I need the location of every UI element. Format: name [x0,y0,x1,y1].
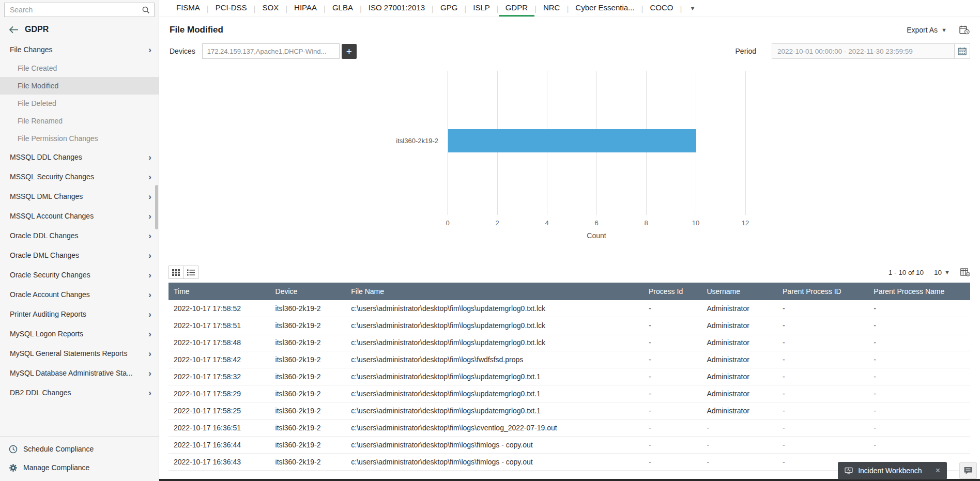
chevron-right-icon: › [148,45,151,54]
sidebar-item-file-created[interactable]: File Created [0,59,159,77]
chevron-right-icon: › [148,251,151,260]
table-cell: - [868,300,970,317]
schedule-compliance-button[interactable]: Schedule Compliance [0,440,159,458]
column-header-device[interactable]: Device [270,283,346,300]
manage-compliance-button[interactable]: Manage Compliance [0,458,159,477]
column-header-username[interactable]: Username [701,283,777,300]
table-cell: - [644,351,701,368]
sidebar-item-label: File Changes [10,45,148,54]
sidebar-item-mssql-account-changes[interactable]: MSSQL Account Changes› [0,206,159,226]
table-row[interactable]: 2022-10-17 17:58:29itsl360-2k19-2c:\user… [169,385,970,402]
table-cell: - [868,317,970,334]
table-row[interactable]: 2022-10-17 17:58:25itsl360-2k19-2c:\user… [169,402,970,420]
page-size-dropdown[interactable]: 10 ▼ [934,269,950,276]
table-cell: 2022-10-17 16:36:43 [169,454,270,471]
sidebar-search [4,3,155,17]
column-header-time[interactable]: Time [169,283,270,300]
sidebar-item-file-deleted[interactable]: File Deleted [0,95,159,112]
sidebar-item-oracle-account-changes[interactable]: Oracle Account Changes› [0,285,159,304]
sidebar-item-label: MSSQL Account Changes [10,212,148,220]
sidebar-item-label: MSSQL DDL Changes [10,153,148,161]
search-icon[interactable] [142,6,150,14]
column-header-process-id[interactable]: Process Id [644,283,701,300]
sidebar-item-oracle-dml-changes[interactable]: Oracle DML Changes› [0,245,159,265]
period-input[interactable] [772,43,955,59]
feedback-chat-button[interactable] [959,462,977,479]
back-icon[interactable] [9,26,19,34]
table-cell: itsl360-2k19-2 [270,420,346,437]
table-cell: itsl360-2k19-2 [270,317,346,334]
close-icon[interactable]: × [936,467,940,475]
sidebar-item-mysql-database-administrative-sta[interactable]: MySQL Database Administrative Sta...› [0,363,159,383]
sidebar-item-db2-ddl-changes[interactable]: DB2 DDL Changes› [0,383,159,402]
x-axis-tick-label: 8 [644,219,648,227]
column-header-parent-process-name[interactable]: Parent Process Name [868,283,970,300]
incident-workbench-toast[interactable]: Incident Workbench × [838,462,947,479]
tab-islp[interactable]: ISLP [466,0,497,17]
table-cell: c:\users\administrator\desktop\fim\logs\… [346,368,644,385]
sidebar-item-file-renamed[interactable]: File Renamed [0,112,159,130]
table-cell: - [868,402,970,420]
tab-cyber-essentia[interactable]: Cyber Essentia... [569,0,641,17]
table-cell: - [644,368,701,385]
sidebar-item-file-permission-changes[interactable]: File Permission Changes [0,130,159,147]
tab-iso-27001-2013[interactable]: ISO 27001:2013 [362,0,432,17]
sidebar-item-file-modified[interactable]: File Modified [0,77,159,95]
tab-gdpr[interactable]: GDPR [499,0,534,17]
search-input[interactable] [4,3,155,17]
export-as-button[interactable]: Export As ▼ [907,26,947,34]
sidebar-item-printer-auditing-reports[interactable]: Printer Auditing Reports› [0,304,159,324]
sidebar-item-mysql-logon-reports[interactable]: MySQL Logon Reports› [0,324,159,344]
table-row[interactable]: 2022-10-17 17:58:51itsl360-2k19-2c:\user… [169,317,970,334]
sidebar-item-label: Oracle Security Changes [10,271,148,279]
tab-sox[interactable]: SOX [256,0,286,17]
tab-coco[interactable]: COCO [643,0,680,17]
tab-hipaa[interactable]: HIPAA [287,0,324,17]
sidebar-item-oracle-security-changes[interactable]: Oracle Security Changes› [0,265,159,285]
caret-down-icon: ▼ [690,5,695,11]
schedule-report-icon[interactable] [959,25,970,35]
results-table: TimeDeviceFile NameProcess IdUsernamePar… [169,283,970,471]
tab-fisma[interactable]: FISMA [170,0,207,17]
column-header-parent-process-id[interactable]: Parent Process ID [777,283,868,300]
table-row[interactable]: 2022-10-17 16:36:51itsl360-2k19-2c:\user… [169,420,970,437]
sidebar-item-mysql-general-statements-reports[interactable]: MySQL General Statements Reports› [0,344,159,363]
grid-view-button[interactable] [169,266,183,279]
sidebar-item-label: Oracle DML Changes [10,251,148,259]
period-calendar-button[interactable] [955,43,970,59]
sidebar-scrollbar[interactable] [155,185,158,229]
chevron-right-icon: › [148,271,151,280]
tab-nrc[interactable]: NRC [537,0,567,17]
tab-gpg[interactable]: GPG [434,0,464,17]
sidebar-item-label: MSSQL Security Changes [10,173,148,181]
sidebar-item-mssql-security-changes[interactable]: MSSQL Security Changes› [0,167,159,187]
column-settings-button[interactable] [960,268,970,276]
sidebar-item-file-changes[interactable]: File Changes› [0,40,159,59]
add-device-button[interactable]: + [342,44,357,59]
chevron-right-icon: › [148,349,151,358]
devices-input[interactable] [202,43,340,59]
table-row[interactable]: 2022-10-17 17:58:32itsl360-2k19-2c:\user… [169,368,970,385]
table-cell: - [868,368,970,385]
period-field [772,43,970,59]
sidebar-item-oracle-ddl-changes[interactable]: Oracle DDL Changes› [0,226,159,245]
table-row[interactable]: 2022-10-17 17:58:52itsl360-2k19-2c:\user… [169,300,970,317]
table-row[interactable]: 2022-10-17 17:58:48itsl360-2k19-2c:\user… [169,334,970,351]
sidebar-item-mssql-dml-changes[interactable]: MSSQL DML Changes› [0,187,159,206]
sidebar-item-mssql-ddl-changes[interactable]: MSSQL DDL Changes› [0,147,159,167]
tabs-overflow-button[interactable]: ▼ [682,0,703,17]
table-row[interactable]: 2022-10-17 16:36:44itsl360-2k19-2c:\user… [169,437,970,454]
list-view-button[interactable] [183,266,198,279]
chevron-right-icon: › [148,290,151,299]
table-cell: itsl360-2k19-2 [270,454,346,471]
chart-bar[interactable] [448,129,696,152]
table-cell: itsl360-2k19-2 [270,437,346,454]
table-row[interactable]: 2022-10-17 17:58:42itsl360-2k19-2c:\user… [169,351,970,368]
file-modified-chart: itsl360-2k19-2 024681012 Count [159,71,980,247]
caret-down-icon: ▼ [944,269,950,275]
tab-pci-dss[interactable]: PCI-DSS [209,0,254,17]
chevron-right-icon: › [148,310,151,319]
column-header-file-name[interactable]: File Name [346,283,644,300]
tab-glba[interactable]: GLBA [326,0,360,17]
sidebar-menu: File Changes›File CreatedFile ModifiedFi… [0,40,159,436]
